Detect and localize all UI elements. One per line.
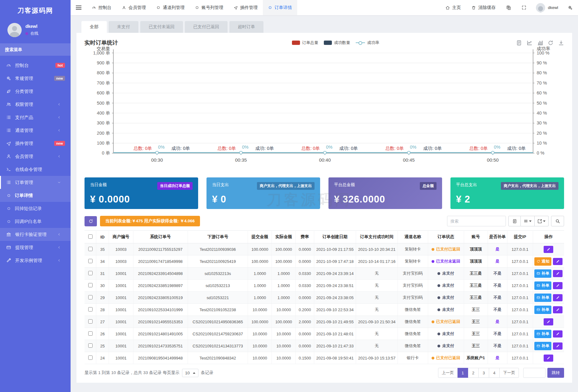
column-header-账号[interactable]: 账号: [464, 231, 488, 243]
reissue-button[interactable]: 补单: [534, 330, 551, 338]
export-button[interactable]: [535, 216, 549, 226]
edit-button[interactable]: [553, 330, 563, 338]
list-icon: [6, 115, 11, 120]
page-button-2[interactable]: 2: [468, 368, 479, 378]
sidebar-item-在线命令管理[interactable]: 在线命令管理: [0, 163, 71, 176]
translate-button[interactable]: [501, 0, 516, 15]
row-checkbox[interactable]: [88, 271, 93, 275]
topbar-tab-控制台[interactable]: 控制台: [87, 0, 117, 15]
edit-button[interactable]: [544, 246, 553, 253]
legend-item-成功数量[interactable]: 成功数量: [324, 40, 350, 46]
column-header-商户编号[interactable]: 商户编号: [109, 231, 133, 243]
column-header-实际金额[interactable]: 实际金额: [272, 231, 296, 243]
refresh-button[interactable]: [85, 216, 97, 226]
clear-cache-button[interactable]: 清除缓存: [466, 0, 501, 15]
page-size-select[interactable]: 10: [182, 369, 198, 377]
detail-view-button[interactable]: [508, 216, 521, 226]
sidebar-item-分类管理[interactable]: 分类管理: [0, 85, 71, 98]
column-header-下游订单号[interactable]: 下游订单号: [188, 231, 248, 243]
notify-button[interactable]: 通知: [534, 257, 551, 266]
column-header-订单支付成功时间[interactable]: 订单支付成功时间: [356, 231, 398, 243]
search-button[interactable]: [551, 216, 564, 226]
tab-超时订单[interactable]: 超时订单: [229, 21, 263, 33]
sidebar-toggle-button[interactable]: [71, 0, 87, 15]
legend-item-订单总量[interactable]: 订单总量: [292, 40, 318, 46]
reissue-button[interactable]: 补单: [534, 281, 551, 290]
table-search-input[interactable]: [447, 216, 506, 226]
sidebar-item-常规管理[interactable]: 常规管理new: [0, 72, 71, 85]
sidebar-item-订单管理[interactable]: 订单管理: [0, 176, 71, 189]
sidebar-item-提现管理[interactable]: 提现管理: [0, 241, 71, 254]
reissue-button[interactable]: 补单: [534, 342, 551, 350]
row-checkbox[interactable]: [88, 295, 93, 299]
page-button-3[interactable]: 3: [479, 368, 489, 378]
column-header-订单创建日期[interactable]: 订单创建日期: [314, 231, 356, 243]
sidebar-item-支付产品[interactable]: 支付产品: [0, 111, 71, 124]
column-header-系统订单号[interactable]: 系统订单号: [133, 231, 188, 243]
legend-item-成功率[interactable]: 成功率: [356, 40, 379, 46]
column-header-通道名称[interactable]: 通道名称: [398, 231, 428, 243]
edit-button[interactable]: [544, 355, 553, 362]
column-header-是否补单[interactable]: 是否补单: [488, 231, 507, 243]
sidebar-item-权限管理[interactable]: 权限管理: [0, 98, 71, 111]
sidebar-item-开发示例管理[interactable]: 开发示例管理: [0, 254, 71, 267]
edit-button[interactable]: [553, 294, 563, 301]
topbar-tab-订单详情[interactable]: 订单详情: [263, 0, 297, 15]
sidebar-item-控制台[interactable]: 控制台hot: [0, 59, 71, 72]
row-checkbox[interactable]: [88, 343, 93, 348]
cell-account: 王三是: [464, 292, 488, 304]
row-checkbox[interactable]: [88, 283, 93, 287]
reissue-button[interactable]: 补单: [534, 306, 551, 314]
select-all-checkbox[interactable]: [88, 234, 93, 239]
row-checkbox[interactable]: [88, 307, 93, 311]
topbar-tab-账号列管理[interactable]: 账号列管理: [190, 0, 228, 15]
menu-search-input[interactable]: [5, 47, 66, 52]
tab-已支付已返回[interactable]: 已支付已返回: [185, 21, 228, 33]
column-header-费率[interactable]: 费率: [296, 231, 314, 243]
tab-全部[interactable]: 全部: [81, 21, 107, 33]
edit-button[interactable]: [553, 258, 563, 265]
row-checkbox[interactable]: [88, 331, 93, 336]
tab-已支付未返回[interactable]: 已支付未返回: [140, 21, 183, 33]
user-menu[interactable]: dkewl: [532, 0, 563, 15]
page-button-4[interactable]: 4: [489, 368, 500, 378]
columns-button[interactable]: [521, 216, 535, 226]
row-checkbox[interactable]: [88, 355, 93, 360]
row-checkbox[interactable]: [88, 259, 93, 263]
topbar-tab-通道列管理[interactable]: 通道列管理: [151, 0, 190, 15]
edit-button[interactable]: [553, 282, 563, 289]
home-button[interactable]: 主页: [440, 0, 466, 15]
topbar-tab-插件管理[interactable]: 插件管理: [228, 0, 263, 15]
sidebar-item-回掉短信记录[interactable]: 回掉短信记录: [0, 202, 71, 215]
column-header-提交金额[interactable]: 提交金额: [248, 231, 272, 243]
reissue-button[interactable]: 补单: [534, 269, 551, 278]
sidebar-item-通道管理[interactable]: 通道管理: [0, 124, 71, 137]
edit-button[interactable]: [544, 318, 553, 325]
column-header-提交IP[interactable]: 提交IP: [507, 231, 533, 243]
edit-button[interactable]: [553, 306, 563, 313]
sidebar-item-回调IP白名单[interactable]: 回调IP白名单: [0, 215, 71, 228]
sidebar-item-银行卡验证管理[interactable]: 银行卡验证管理: [0, 228, 71, 241]
next-page-button[interactable]: 下一页: [500, 368, 519, 378]
sidebar-item-会员管理[interactable]: 会员管理: [0, 150, 71, 163]
fullscreen-button[interactable]: [516, 0, 532, 15]
prev-page-button[interactable]: 上一页: [438, 368, 458, 378]
edit-button[interactable]: [553, 342, 563, 350]
column-header-ID[interactable]: ID: [96, 231, 109, 243]
column-header-操作[interactable]: 操作: [533, 231, 564, 243]
cell-downstream-no: Test2021100939036: [188, 243, 248, 255]
row-checkbox[interactable]: [88, 319, 93, 324]
sidebar-item-订单详情[interactable]: 订单详情: [0, 189, 71, 202]
settings-button[interactable]: [563, 0, 578, 15]
row-checkbox[interactable]: [88, 247, 93, 251]
edit-button[interactable]: [553, 270, 563, 277]
column-header-订单状态[interactable]: 订单状态: [428, 231, 464, 243]
jump-button[interactable]: 跳转: [547, 368, 564, 378]
tab-未支付[interactable]: 未支付: [109, 21, 138, 33]
page-button-1[interactable]: 1: [458, 368, 468, 378]
wrench-icon: [6, 258, 11, 263]
sidebar-item-插件管理[interactable]: 插件管理new: [0, 137, 71, 150]
jump-page-input[interactable]: [523, 368, 545, 378]
topbar-tab-会员管理[interactable]: 会员管理: [117, 0, 151, 15]
reissue-button[interactable]: 补单: [534, 294, 551, 302]
